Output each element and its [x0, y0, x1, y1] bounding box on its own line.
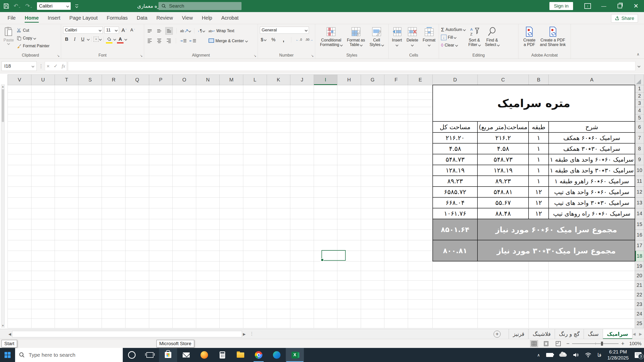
cell[interactable]	[173, 165, 196, 176]
cell[interactable]	[149, 154, 173, 165]
zoom-level[interactable]: 100%	[628, 341, 641, 346]
cell[interactable]	[102, 251, 126, 261]
column-header-H[interactable]: H	[337, 75, 361, 85]
cell[interactable]	[314, 208, 337, 219]
cell[interactable]	[290, 290, 314, 299]
cell[interactable]	[243, 197, 267, 208]
column-header-J[interactable]: J	[290, 75, 314, 85]
cell[interactable]	[149, 187, 173, 197]
cell[interactable]	[243, 143, 267, 154]
cell[interactable]	[149, 114, 173, 121]
cell[interactable]	[384, 290, 408, 299]
cell[interactable]	[78, 251, 102, 261]
cell[interactable]	[384, 114, 408, 121]
table-cell[interactable]: سرامیک ۳۰٭۳۰ واحد های تیپ	[549, 197, 635, 208]
cell[interactable]	[196, 143, 220, 154]
cell[interactable]	[220, 100, 243, 107]
table-cell[interactable]: ۲۱۶.۲	[477, 132, 529, 143]
cell[interactable]	[220, 187, 243, 197]
cell[interactable]	[102, 132, 126, 143]
cell[interactable]	[126, 143, 149, 154]
cell[interactable]	[8, 271, 31, 280]
microsoft-store-button[interactable]	[159, 348, 177, 362]
column-header-A[interactable]: A	[549, 75, 635, 85]
cell[interactable]	[173, 319, 196, 328]
cell[interactable]	[31, 187, 55, 197]
column-header-O[interactable]: O	[173, 75, 196, 85]
cell[interactable]	[149, 85, 173, 92]
cell[interactable]	[149, 290, 173, 299]
cell[interactable]	[55, 121, 78, 132]
cell[interactable]	[102, 85, 126, 92]
column-header-T[interactable]: T	[55, 75, 78, 85]
table-cell[interactable]: سرامیک ۶۰٭۶۰ راهرو طبقه ۱	[549, 176, 635, 187]
cell[interactable]	[433, 309, 478, 319]
cell[interactable]	[290, 176, 314, 187]
cell[interactable]	[149, 176, 173, 187]
cell[interactable]	[196, 290, 220, 299]
column-header-B[interactable]: B	[529, 75, 549, 85]
cell[interactable]	[290, 154, 314, 165]
decrease-indent-icon[interactable]: ⇥	[180, 37, 187, 44]
cell[interactable]	[267, 309, 290, 319]
cell[interactable]	[55, 230, 78, 240]
task-view-button[interactable]	[141, 348, 159, 362]
create-pdf-share-button[interactable]: Create a PDFand Share link	[538, 26, 567, 52]
cell[interactable]	[384, 85, 408, 92]
cell[interactable]	[267, 187, 290, 197]
cell[interactable]	[8, 92, 31, 100]
cell[interactable]	[126, 114, 149, 121]
cell[interactable]	[290, 100, 314, 107]
cell[interactable]	[78, 165, 102, 176]
cell[interactable]	[361, 154, 384, 165]
share-button[interactable]: Share	[611, 14, 638, 23]
cell[interactable]	[361, 165, 384, 176]
cell[interactable]	[267, 154, 290, 165]
cell[interactable]	[433, 319, 478, 328]
cell[interactable]	[78, 240, 102, 251]
cell[interactable]	[55, 240, 78, 251]
sheet-tab[interactable]: گچ و رنگ	[555, 329, 584, 339]
cell[interactable]	[290, 92, 314, 100]
cell[interactable]	[8, 176, 31, 187]
cell[interactable]	[8, 165, 31, 176]
cell[interactable]	[408, 154, 432, 165]
scrollbar-resize-grip[interactable]: ⋮	[250, 331, 254, 336]
cell[interactable]	[361, 309, 384, 319]
ribbon-tab-home[interactable]: Home	[21, 13, 43, 23]
cell[interactable]	[384, 319, 408, 328]
increase-decimal-icon[interactable]: ←.0	[295, 36, 302, 43]
bold-button[interactable]: B	[63, 36, 70, 43]
row-header-1[interactable]: 1	[635, 85, 644, 92]
excel-taskbar-button[interactable]: X	[286, 348, 304, 362]
ribbon-tab-data[interactable]: Data	[133, 13, 151, 23]
cell[interactable]	[126, 290, 149, 299]
cell[interactable]	[126, 219, 149, 230]
top-align-icon[interactable]	[146, 27, 153, 34]
column-header-D[interactable]: D	[433, 75, 478, 85]
cell[interactable]	[196, 154, 220, 165]
search-input[interactable]	[169, 3, 230, 9]
cell[interactable]	[8, 261, 31, 271]
cell[interactable]	[384, 251, 408, 261]
font-size-combo[interactable]: 11	[104, 27, 119, 34]
cell[interactable]	[529, 261, 549, 271]
cell[interactable]	[220, 121, 243, 132]
cell[interactable]	[290, 271, 314, 280]
cell[interactable]	[126, 230, 149, 240]
cell[interactable]	[55, 143, 78, 154]
cell[interactable]	[529, 271, 549, 280]
cell[interactable]	[361, 85, 384, 92]
cell[interactable]	[220, 114, 243, 121]
cell[interactable]	[549, 309, 635, 319]
cell[interactable]	[31, 230, 55, 240]
table-cell[interactable]: ۵۴۸.۷۳	[477, 154, 529, 165]
text-direction-icon[interactable]: ›¶	[198, 27, 205, 34]
cell[interactable]	[149, 309, 173, 319]
cell[interactable]	[220, 176, 243, 187]
cell[interactable]	[78, 92, 102, 100]
cell[interactable]	[78, 85, 102, 92]
table-cell[interactable]: مساحت کل	[433, 121, 478, 132]
cell[interactable]	[196, 240, 220, 251]
cell[interactable]	[314, 309, 337, 319]
